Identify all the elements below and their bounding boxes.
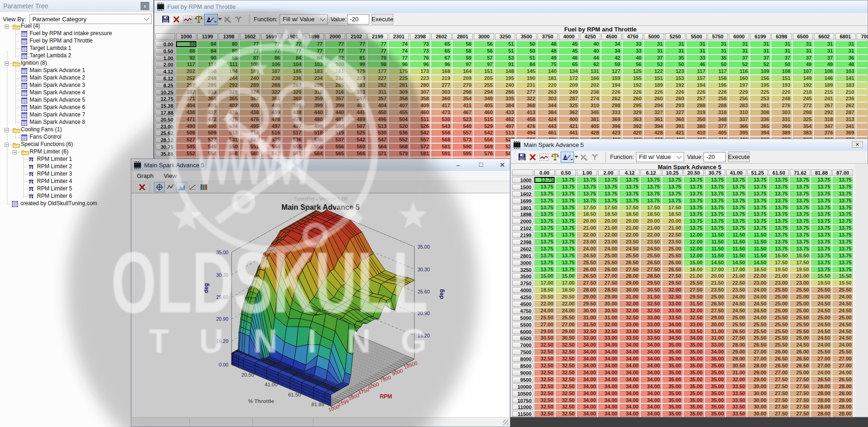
svg-text:% Throttle: % Throttle [248,398,274,404]
svg-text:30.30: 30.30 [216,272,228,278]
svg-text:20.90: 20.90 [418,311,430,316]
svg-text:35.00: 35.00 [216,250,228,255]
svg-text:41.00: 41.00 [265,382,278,387]
svg-text:16.20: 16.20 [216,338,228,344]
svg-text:61.50: 61.50 [288,392,301,397]
svg-text:20.90: 20.90 [216,316,228,322]
svg-text:30.30: 30.30 [418,267,430,272]
svg-text:16.20: 16.20 [418,333,430,338]
svg-text:35.00: 35.00 [418,244,430,250]
svg-text:20.50: 20.50 [241,372,254,378]
svg-text:deg: deg [438,289,445,299]
svg-text:25.60: 25.60 [216,294,228,300]
svg-text:81.88: 81.88 [312,402,324,407]
svg-text:0.00: 0.00 [219,362,229,367]
svg-text:deg: deg [203,283,209,293]
svg-text:25.60: 25.60 [418,289,430,294]
svg-text:RPM: RPM [380,393,392,400]
